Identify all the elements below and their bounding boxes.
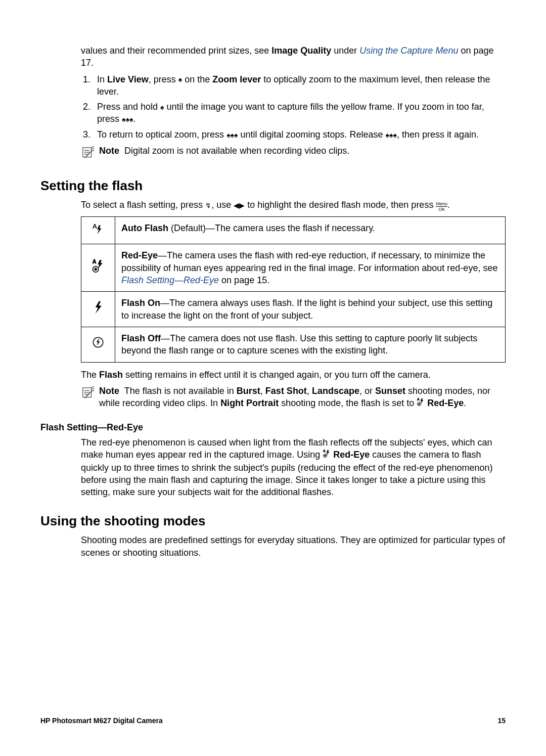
text: values and their recommended print sizes… [81, 46, 271, 56]
table-row: A Auto Flash (Default)—The camera uses t… [81, 216, 506, 244]
flash-on-desc: Flash On—The camera always uses flash. I… [115, 292, 506, 327]
menu-ok-icon: MenuOK [436, 201, 447, 212]
text-bold: Image Quality [271, 46, 331, 56]
note-label: Note [99, 386, 119, 396]
flash-on-icon [81, 292, 115, 327]
note-flash-availability: Note The flash is not available in Burst… [81, 385, 506, 410]
flash-off-icon [81, 327, 115, 362]
svg-point-7 [419, 404, 420, 405]
svg-text:A: A [417, 397, 420, 401]
flash-icon: ↯ [205, 201, 211, 210]
table-row: A Red-Eye—The camera uses the flash with… [81, 244, 506, 292]
shooting-modes-paragraph: Shooting modes are predefined settings f… [81, 534, 506, 559]
heading-setting-flash: Setting the flash [40, 177, 506, 195]
zoom-in-icon: ♠ [160, 103, 164, 112]
text-bold: Live View [107, 74, 149, 84]
redeye-paragraph: The red-eye phenomenon is caused when li… [81, 436, 506, 499]
svg-text:A: A [323, 449, 326, 453]
zoom-out-icon: ♠♠♠ [386, 130, 397, 140]
zoom-steps-list: In Live View, press ♠ on the Zoom lever … [81, 73, 506, 141]
step-3: To return to optical zoom, press ♠♠♠ unt… [93, 128, 506, 141]
note-text: Digital zoom is not available when recor… [124, 146, 349, 156]
svg-text:A: A [93, 258, 97, 264]
svg-point-3 [95, 268, 97, 271]
footer-product-name: HP Photosmart M627 Digital Camera [40, 716, 163, 726]
text: under [331, 46, 359, 56]
link-red-eye[interactable]: Flash Setting—Red-Eye [121, 275, 219, 285]
left-right-arrows-icon: ◀▶ [234, 201, 245, 210]
red-eye-small-icon: A [323, 449, 331, 461]
carryover-paragraph: values and their recommended print sizes… [81, 45, 506, 69]
heading-shooting-modes: Using the shooting modes [40, 512, 506, 530]
step-1: In Live View, press ♠ on the Zoom lever … [93, 73, 506, 98]
flash-intro: To select a flash setting, press ↯, use … [81, 199, 506, 211]
document-page: values and their recommended print sizes… [0, 0, 546, 756]
note-digital-zoom: Note Digital zoom is not available when … [81, 145, 506, 163]
flash-off-desc: Flash Off—The camera does not use flash.… [115, 327, 506, 362]
table-row: Flash On—The camera always uses flash. I… [81, 292, 506, 327]
red-eye-desc: Red-Eye—The camera uses the flash with r… [115, 244, 506, 292]
auto-flash-icon: A [81, 216, 115, 244]
table-row: Flash Off—The camera does not use flash.… [81, 327, 506, 362]
heading-flash-redeye: Flash Setting—Red-Eye [40, 421, 506, 433]
link-capture-menu[interactable]: Using the Capture Menu [359, 46, 458, 56]
auto-flash-desc: Auto Flash (Default)—The camera uses the… [115, 216, 506, 244]
step-2: Press and hold ♠ until the image you wan… [93, 101, 506, 125]
note-label: Note [99, 146, 119, 156]
svg-point-10 [325, 455, 326, 457]
footer-page-number: 15 [497, 716, 506, 726]
flash-modes-table: A Auto Flash (Default)—The camera uses t… [81, 216, 506, 363]
zoom-out-icon: ♠♠♠ [122, 115, 133, 124]
svg-text:A: A [93, 223, 98, 230]
red-eye-icon: A [81, 244, 115, 292]
text-bold: Zoom lever [212, 74, 261, 84]
note-icon [81, 385, 99, 410]
page-footer: HP Photosmart M627 Digital Camera 15 [40, 716, 506, 726]
flash-remains-paragraph: The Flash setting remains in effect unti… [81, 369, 506, 381]
note-icon [81, 145, 99, 163]
zoom-out-icon: ♠♠♠ [226, 130, 238, 140]
red-eye-small-icon: A [417, 397, 425, 410]
